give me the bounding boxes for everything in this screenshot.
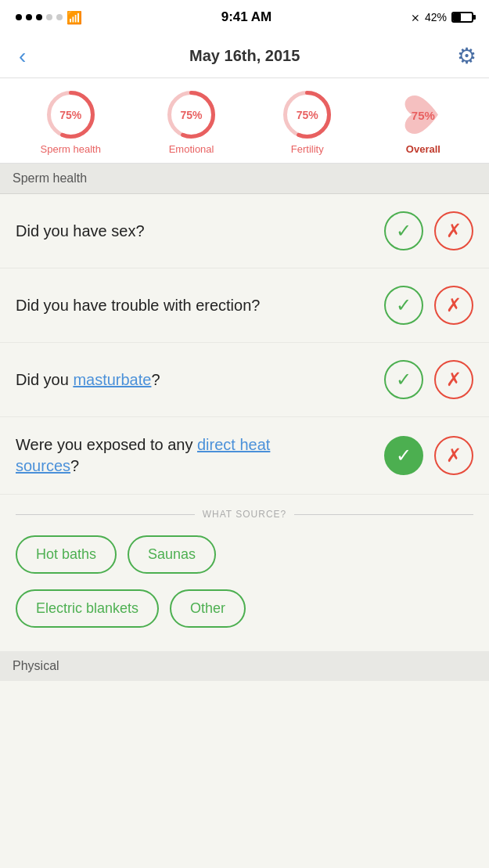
score-name-sperm: Sperm health	[41, 143, 101, 155]
question-sex-yes[interactable]: ✓	[384, 211, 423, 250]
signal-area: 📶	[16, 10, 82, 25]
battery-fill	[453, 13, 461, 21]
score-label-fertility: 75%	[297, 109, 318, 121]
battery-icon	[451, 12, 473, 23]
chip-electric-blankets[interactable]: Electric blankets	[16, 589, 159, 628]
score-row: 75% Sperm health 75% Emotional 75% Ferti…	[0, 78, 489, 164]
question-sex-text: Did you have sex?	[16, 221, 297, 242]
question-masturbate-buttons: ✓ ✗	[384, 360, 473, 399]
question-erection-text: Did you have trouble with erection?	[16, 295, 297, 316]
question-sex-buttons: ✓ ✗	[384, 211, 473, 250]
question-masturbate-no[interactable]: ✗	[434, 360, 473, 399]
back-button[interactable]: ‹	[13, 41, 32, 72]
nav-bar: ‹ May 16th, 2015 ⚙	[0, 34, 489, 78]
chip-hot-baths[interactable]: Hot baths	[16, 535, 117, 574]
score-label-emotional: 75%	[181, 109, 203, 121]
question-masturbate-text: Did you masturbate?	[16, 369, 297, 391]
chips-row-1: Hot baths Saunas	[0, 528, 489, 582]
score-ring-sperm: 75%	[45, 89, 96, 140]
score-overall[interactable]: 75% Overall	[397, 89, 448, 155]
masturbate-link[interactable]: masturbate	[73, 371, 151, 388]
signal-dot-1	[16, 14, 22, 20]
bluetooth-icon: ⨯	[411, 11, 420, 23]
score-sperm[interactable]: 75% Sperm health	[41, 89, 101, 155]
score-label-sperm: 75%	[59, 109, 81, 121]
heat-sources-link[interactable]: direct heat sources	[16, 436, 270, 474]
question-heat-no[interactable]: ✗	[434, 436, 473, 475]
signal-dot-2	[26, 14, 32, 20]
score-ring-overall: 75%	[397, 89, 448, 140]
what-source-label: WHAT SOURCE?	[203, 509, 287, 520]
question-erection-buttons: ✓ ✗	[384, 286, 473, 325]
section-header-physical: Physical	[0, 651, 489, 681]
question-masturbate: Did you masturbate? ✓ ✗	[0, 343, 489, 417]
question-heat-text: Were you exposed to any direct heat sour…	[16, 434, 297, 477]
question-erection-no[interactable]: ✗	[434, 286, 473, 325]
score-name-emotional: Emotional	[169, 143, 214, 155]
score-ring-emotional: 75%	[166, 89, 217, 140]
signal-dot-3	[36, 14, 42, 20]
score-emotional[interactable]: 75% Emotional	[166, 89, 217, 155]
divider-line-right	[294, 514, 473, 515]
chip-other[interactable]: Other	[170, 589, 246, 628]
what-source-divider: WHAT SOURCE?	[0, 495, 489, 528]
question-heat-yes[interactable]: ✓	[384, 436, 423, 475]
score-fertility[interactable]: 75% Fertility	[282, 89, 333, 155]
settings-icon[interactable]: ⚙	[457, 43, 476, 69]
question-sex: Did you have sex? ✓ ✗	[0, 194, 489, 268]
chip-saunas[interactable]: Saunas	[128, 535, 216, 574]
question-sex-no[interactable]: ✗	[434, 211, 473, 250]
wifi-icon: 📶	[67, 10, 82, 25]
status-right: ⨯ 42%	[411, 11, 473, 23]
score-name-overall: Overall	[406, 143, 440, 155]
signal-dot-4	[46, 14, 52, 20]
divider-line-left	[16, 514, 195, 515]
question-heat-buttons: ✓ ✗	[384, 436, 473, 475]
question-heat: Were you exposed to any direct heat sour…	[0, 417, 489, 495]
signal-dot-5	[56, 14, 63, 20]
status-bar: 📶 9:41 AM ⨯ 42%	[0, 0, 489, 34]
chips-row-2: Electric blankets Other	[0, 582, 489, 636]
nav-title: May 16th, 2015	[189, 47, 300, 65]
question-erection: Did you have trouble with erection? ✓ ✗	[0, 268, 489, 343]
status-time: 9:41 AM	[221, 9, 272, 25]
score-ring-fertility: 75%	[282, 89, 333, 140]
score-name-fertility: Fertility	[291, 143, 324, 155]
question-erection-yes[interactable]: ✓	[384, 286, 423, 325]
score-label-overall: 75%	[412, 108, 435, 121]
battery-percent: 42%	[425, 11, 447, 23]
section-header-sperm: Sperm health	[0, 164, 489, 194]
question-masturbate-yes[interactable]: ✓	[384, 360, 423, 399]
